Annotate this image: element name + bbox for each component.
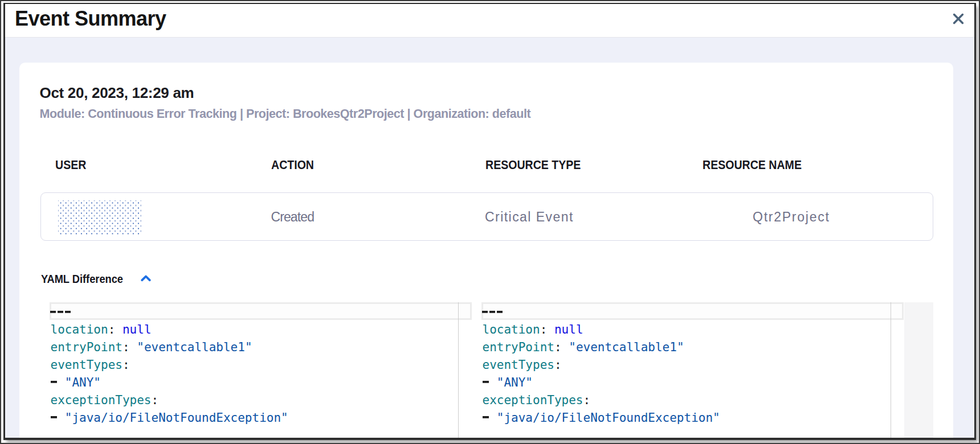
- yaml-token-str: "eventcallable1": [569, 340, 684, 354]
- yaml-token-kw: null: [554, 323, 583, 336]
- yaml-token-pun: :: [554, 358, 562, 372]
- yaml-token-pun: :: [108, 323, 116, 336]
- yaml-difference-header[interactable]: YAML Difference: [41, 272, 123, 286]
- yaml-token-pun: [547, 323, 554, 336]
- chevron-up-icon[interactable]: [141, 275, 151, 282]
- yaml-token-str: "java/io/FileNotFoundException": [65, 411, 288, 425]
- yaml-token-pun: -: [483, 374, 497, 392]
- yaml-token-pun: :: [554, 340, 562, 354]
- yaml-token-key: entryPoint: [483, 340, 554, 354]
- col-header-action: ACTION: [271, 158, 314, 172]
- col-header-resource-type: RESOURCE TYPE: [485, 158, 581, 172]
- yaml-token-pun: :: [152, 393, 159, 407]
- yaml-token-key: location: [483, 323, 540, 336]
- yaml-token-pun: -: [51, 409, 65, 427]
- screenshot-frame: Event Summary Oct 20, 2023, 12:29 am Mod…: [0, 0, 980, 444]
- col-header-user: USER: [55, 158, 86, 172]
- yaml-code-line: entryPoint: "eventcallable1": [483, 339, 684, 356]
- yaml-code-line: eventTypes:: [51, 356, 130, 374]
- yaml-difference-label: YAML Difference: [41, 272, 123, 285]
- yaml-code-line: location: null: [483, 321, 583, 339]
- yaml-token-pun: :: [122, 358, 130, 372]
- yaml-code-line: exceptionTypes:: [51, 392, 159, 409]
- yaml-token-key: exceptionTypes: [483, 393, 583, 407]
- col-header-resource-name: RESOURCE NAME: [703, 158, 802, 172]
- event-meta: Module: Continuous Error Tracking | Proj…: [40, 107, 531, 121]
- yaml-token-key: entryPoint: [51, 340, 122, 354]
- yaml-token-pun: [115, 323, 122, 336]
- yaml-panel-left[interactable]: ---location: nullentryPoint: "eventcalla…: [50, 302, 472, 438]
- yaml-token-kw: null: [122, 323, 152, 336]
- yaml-code-line: entryPoint: "eventcallable1": [51, 339, 252, 356]
- event-card: Oct 20, 2023, 12:29 am Module: Continuou…: [19, 63, 953, 438]
- yaml-token-pun: :: [583, 393, 591, 407]
- yaml-token-key: eventTypes: [483, 358, 554, 372]
- yaml-token-key: exceptionTypes: [51, 393, 152, 407]
- event-summary-modal: Event Summary Oct 20, 2023, 12:29 am Mod…: [3, 3, 976, 440]
- yaml-code-line: eventTypes:: [483, 356, 562, 374]
- yaml-scrollbar-divider-left: [458, 302, 459, 438]
- yaml-token-pun: [562, 340, 569, 354]
- close-icon: [953, 13, 964, 24]
- yaml-first-row-highlight-left: [50, 302, 472, 320]
- yaml-token-pun: ---: [482, 303, 504, 320]
- yaml-token-key: eventTypes: [51, 358, 122, 372]
- yaml-code-line: ---: [483, 303, 504, 320]
- modal-title: Event Summary: [15, 7, 166, 31]
- yaml-token-str: "java/io/FileNotFoundException": [497, 411, 720, 425]
- event-timestamp: Oct 20, 2023, 12:29 am: [40, 84, 194, 102]
- yaml-token-str: "eventcallable1": [137, 340, 252, 354]
- modal-body: Oct 20, 2023, 12:29 am Module: Continuou…: [5, 38, 974, 438]
- redacted-user-pattern: [58, 200, 141, 235]
- close-button[interactable]: [953, 13, 964, 24]
- yaml-token-pun: ---: [50, 303, 72, 320]
- cell-resource-name: Qtr2Project: [753, 209, 830, 225]
- chevron-up-icon-path: [142, 277, 149, 281]
- yaml-token-pun: -: [51, 374, 65, 392]
- cell-action: Created: [271, 209, 315, 225]
- yaml-first-row-highlight-right: [481, 302, 904, 320]
- yaml-code-line: location: null: [51, 321, 152, 339]
- yaml-code-line: ---: [51, 303, 72, 320]
- yaml-token-pun: :: [540, 323, 548, 336]
- yaml-code-line: exceptionTypes:: [483, 392, 591, 409]
- yaml-token-key: location: [51, 323, 108, 336]
- close-icon-path: [954, 15, 963, 23]
- yaml-panel-right[interactable]: ---location: nullentryPoint: "eventcalla…: [481, 302, 904, 438]
- yaml-token-pun: -: [483, 409, 497, 427]
- yaml-scrollbar-divider-right: [891, 302, 891, 438]
- modal-header: Event Summary: [5, 4, 974, 38]
- yaml-code-line: - "ANY": [51, 374, 101, 392]
- yaml-token-str: "ANY": [65, 376, 101, 389]
- yaml-code-line: - "java/io/FileNotFoundException": [51, 409, 288, 427]
- diff-scroll-track[interactable]: [904, 302, 933, 438]
- yaml-token-str: "ANY": [497, 376, 533, 389]
- yaml-token-pun: :: [122, 340, 130, 354]
- cell-resource-type: Critical Event: [485, 209, 574, 225]
- yaml-code-line: - "ANY": [483, 374, 533, 392]
- yaml-token-pun: [130, 340, 137, 354]
- yaml-code-line: - "java/io/FileNotFoundException": [483, 409, 720, 427]
